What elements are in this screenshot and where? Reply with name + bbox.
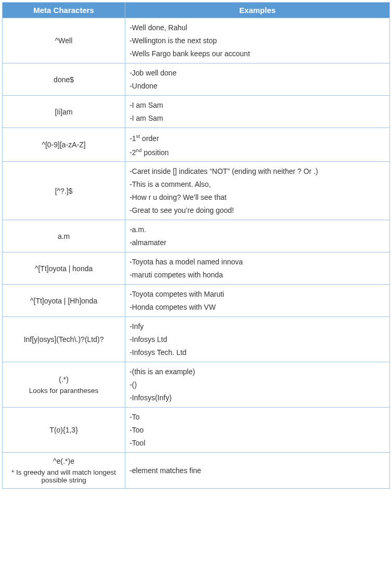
table-row: done$-Job well done-Undone bbox=[3, 63, 390, 96]
example-line: -How r u doing? We’ll see that bbox=[129, 193, 385, 201]
example-line: -Honda competes with VW bbox=[129, 303, 385, 311]
examples-cell: -Infy-Infosys Ltd-Infosys Tech. Ltd bbox=[125, 317, 390, 362]
pattern-note: Looks for parantheses bbox=[7, 387, 121, 395]
example-line: -Infosys Ltd bbox=[129, 335, 385, 344]
pattern-text: (.*) bbox=[7, 375, 121, 384]
table-row: [Ii]am-I am Sam-I am Sam bbox=[3, 96, 390, 128]
pattern-cell: (.*)Looks for parantheses bbox=[3, 362, 125, 408]
example-line: -2nd position bbox=[129, 147, 385, 157]
example-line: -Too bbox=[129, 426, 385, 434]
pattern-cell: ^[0-9][a-zA-Z] bbox=[3, 128, 125, 162]
examples-cell: -a.m.-almamater bbox=[125, 220, 390, 252]
pattern-text: ^Well bbox=[7, 36, 121, 45]
example-line: -Wells Fargo bank keeps our account bbox=[129, 49, 385, 58]
table-row: ^e(.*)e* Is greedy and will match longes… bbox=[3, 453, 390, 489]
example-line: -a.m. bbox=[129, 225, 385, 234]
pattern-text: done$ bbox=[7, 75, 121, 84]
example-line: -Infosys Tech. Ltd bbox=[129, 348, 385, 357]
example-line: -To bbox=[129, 413, 385, 421]
example-line: -Tool bbox=[129, 439, 385, 447]
pattern-text: [^?.]$ bbox=[7, 187, 121, 195]
example-line: -almamater bbox=[129, 238, 385, 247]
examples-cell: -Job well done-Undone bbox=[125, 63, 390, 96]
table-row: ^[Tt]oyota | honda-Toyota has a model na… bbox=[3, 252, 390, 285]
header-meta-characters: Meta Characters bbox=[3, 3, 125, 18]
pattern-cell: ^e(.*)e* Is greedy and will match longes… bbox=[3, 453, 125, 489]
header-examples: Examples bbox=[125, 3, 390, 18]
example-line: -Job well done bbox=[129, 69, 385, 77]
examples-cell: -Toyota has a model named innova-maruti … bbox=[125, 252, 390, 285]
example-line: -Well done, Rahul bbox=[129, 23, 385, 32]
pattern-note: * Is greedy and will match longest possi… bbox=[7, 468, 121, 484]
examples-cell: -Toyota competes with Maruti-Honda compe… bbox=[125, 285, 390, 317]
example-line: -Caret inside [] indicates “NOT” (ending… bbox=[129, 167, 385, 175]
example-line: -maruti competes with honda bbox=[129, 271, 385, 279]
pattern-text: T(o){1,3} bbox=[7, 426, 121, 434]
example-line: -() bbox=[129, 380, 385, 389]
pattern-cell: Inf[y|osys](Tech\.)?(Ltd)? bbox=[3, 317, 125, 362]
pattern-cell: ^[Tt]oyota | [Hh]onda bbox=[3, 285, 125, 317]
pattern-text: a.m bbox=[7, 232, 121, 240]
pattern-cell: [^?.]$ bbox=[3, 162, 125, 220]
pattern-cell: a.m bbox=[3, 220, 125, 252]
table-row: ^Well-Well done, Rahul-Wellington is the… bbox=[3, 18, 390, 63]
examples-cell: -element matches fine bbox=[125, 453, 390, 489]
example-line: -Toyota has a model named innova bbox=[129, 258, 385, 266]
examples-cell: -Well done, Rahul-Wellington is the next… bbox=[125, 18, 390, 63]
pattern-cell: T(o){1,3} bbox=[3, 408, 125, 453]
pattern-cell: ^Well bbox=[3, 18, 125, 63]
table-row: [^?.]$-Caret inside [] indicates “NOT” (… bbox=[3, 162, 390, 220]
table-row: Inf[y|osys](Tech\.)?(Ltd)?-Infy-Infosys … bbox=[3, 317, 390, 362]
example-line: -Infy bbox=[129, 322, 385, 331]
pattern-cell: [Ii]am bbox=[3, 96, 125, 128]
table-row: ^[0-9][a-zA-Z]-1st order-2nd position bbox=[3, 128, 390, 162]
pattern-text: ^[0-9][a-zA-Z] bbox=[7, 141, 121, 149]
example-line: -This is a comment. Also, bbox=[129, 180, 385, 188]
pattern-cell: done$ bbox=[3, 63, 125, 96]
table-row: a.m-a.m.-almamater bbox=[3, 220, 390, 252]
pattern-text: ^[Tt]oyota | honda bbox=[7, 264, 121, 273]
pattern-text: [Ii]am bbox=[7, 108, 121, 116]
example-line: -(this is an example) bbox=[129, 367, 385, 376]
table-row: (.*)Looks for parantheses-(this is an ex… bbox=[3, 362, 390, 408]
examples-cell: -(this is an example)-()-Infosys(Infy) bbox=[125, 362, 390, 408]
table-row: ^[Tt]oyota | [Hh]onda-Toyota competes wi… bbox=[3, 285, 390, 317]
example-line: -I am Sam bbox=[129, 101, 385, 109]
pattern-text: ^e(.*)e bbox=[7, 457, 121, 465]
example-line: -1st order bbox=[129, 133, 385, 143]
pattern-cell: ^[Tt]oyota | honda bbox=[3, 252, 125, 285]
pattern-text: ^[Tt]oyota | [Hh]onda bbox=[7, 297, 121, 305]
examples-cell: -Caret inside [] indicates “NOT” (ending… bbox=[125, 162, 390, 220]
examples-cell: -To-Too-Tool bbox=[125, 408, 390, 453]
example-line: -Toyota competes with Maruti bbox=[129, 290, 385, 298]
examples-cell: -I am Sam-I am Sam bbox=[125, 96, 390, 128]
example-line: -element matches fine bbox=[129, 466, 385, 475]
example-line: -I am Sam bbox=[129, 114, 385, 122]
example-line: -Undone bbox=[129, 82, 385, 90]
examples-cell: -1st order-2nd position bbox=[125, 128, 390, 162]
example-line: -Wellington is the next stop bbox=[129, 36, 385, 45]
table-row: T(o){1,3}-To-Too-Tool bbox=[3, 408, 390, 453]
pattern-text: Inf[y|osys](Tech\.)?(Ltd)? bbox=[7, 335, 121, 344]
example-line: -Infosys(Infy) bbox=[129, 393, 385, 402]
example-line: -Great to see you’re doing good! bbox=[129, 206, 385, 214]
regex-table: Meta Characters Examples ^Well-Well done… bbox=[2, 2, 390, 489]
